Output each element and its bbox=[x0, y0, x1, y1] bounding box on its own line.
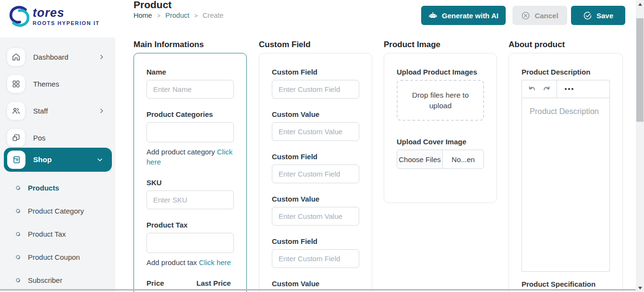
last-price-label: Last Price bbox=[196, 279, 231, 287]
main-informations-card: Name Product Categories Add product cate… bbox=[134, 53, 247, 292]
horizontal-scrollbar[interactable] bbox=[0, 289, 644, 291]
submenu-item-label: Product Tax bbox=[28, 230, 66, 238]
brand-logo[interactable]: tores ROOTS HYPERION IT bbox=[0, 0, 115, 38]
description-editor: Product Description bbox=[522, 80, 610, 272]
breadcrumb-separator: > bbox=[157, 12, 161, 19]
price-label: Price bbox=[146, 279, 196, 287]
undo-icon[interactable] bbox=[528, 85, 537, 94]
product-create-page: tores ROOTS HYPERION IT Dashboard bbox=[0, 0, 644, 292]
sidebar-item-label: Staff bbox=[33, 107, 48, 115]
home-icon bbox=[7, 48, 25, 66]
circled-x-icon bbox=[521, 11, 530, 20]
description-editor-body[interactable]: Product Description bbox=[522, 98, 609, 271]
sidebar-item-product-tax[interactable]: Product Tax bbox=[0, 222, 115, 245]
custom-field-input[interactable] bbox=[272, 165, 359, 183]
category-hint: Add product category Click here bbox=[146, 147, 234, 167]
more-options-icon[interactable] bbox=[563, 88, 575, 90]
bullet-icon bbox=[15, 185, 21, 191]
chevron-right-icon bbox=[98, 108, 105, 114]
sku-input[interactable] bbox=[146, 190, 234, 209]
product-tax-select[interactable] bbox=[146, 233, 234, 253]
submenu-item-label: Subscriber bbox=[28, 276, 62, 284]
sidebar-item-product-coupon[interactable]: Product Coupon bbox=[0, 245, 115, 268]
custom-value-label: Custom Value bbox=[272, 110, 359, 118]
custom-value-input[interactable] bbox=[272, 207, 359, 226]
save-button[interactable]: Save bbox=[571, 6, 625, 25]
cancel-label: Cancel bbox=[535, 12, 558, 20]
pos-icon bbox=[7, 129, 25, 147]
shop-submenu: Products Product Category Product Tax Pr… bbox=[0, 176, 115, 292]
cancel-button[interactable]: Cancel bbox=[512, 6, 567, 25]
save-label: Save bbox=[596, 12, 613, 20]
chevron-right-icon bbox=[98, 54, 105, 60]
upload-product-images-label: Upload Product Images bbox=[397, 68, 484, 76]
category-hint-text: Add product category bbox=[146, 148, 215, 156]
generate-with-ai-button[interactable]: Generate with AI bbox=[421, 6, 506, 25]
add-tax-link[interactable]: Click here bbox=[199, 258, 231, 267]
scrollbar-thumb[interactable] bbox=[636, 18, 644, 122]
brand-subtitle: ROOTS HYPERION IT bbox=[33, 20, 100, 26]
sidebar-item-staff[interactable]: Staff bbox=[0, 97, 115, 124]
product-image-title: Product Image bbox=[384, 40, 440, 50]
submenu-item-label: Product Coupon bbox=[28, 253, 80, 261]
sidebar-item-shop[interactable]: Shop bbox=[4, 148, 112, 172]
brand-name: tores bbox=[33, 7, 100, 19]
name-label: Name bbox=[146, 68, 234, 76]
cover-image-file-input[interactable]: Choose Files No...en bbox=[397, 150, 484, 169]
custom-field-label: Custom Field bbox=[272, 152, 359, 161]
robot-icon bbox=[428, 11, 437, 20]
product-specification-label: Product Specification bbox=[522, 280, 610, 288]
users-icon bbox=[7, 102, 25, 120]
custom-value-label: Custom Value bbox=[272, 195, 359, 203]
custom-field-input[interactable] bbox=[272, 80, 359, 99]
bullet-icon bbox=[15, 231, 21, 237]
name-input[interactable] bbox=[146, 80, 234, 99]
breadcrumb: Home > Product > Create bbox=[134, 12, 223, 19]
sidebar-item-product-category[interactable]: Product Category bbox=[0, 199, 115, 222]
sidebar-nav: Dashboard Themes bbox=[0, 43, 115, 151]
sidebar-item-label: Dashboard bbox=[33, 53, 68, 61]
generate-with-ai-label: Generate with AI bbox=[442, 12, 498, 20]
custom-field-input[interactable] bbox=[272, 249, 359, 268]
breadcrumb-product[interactable]: Product bbox=[165, 12, 189, 19]
breadcrumb-create: Create bbox=[203, 12, 224, 19]
scroll-down-arrow-icon[interactable] bbox=[636, 284, 644, 292]
page-title: Product bbox=[134, 0, 171, 11]
image-dropzone[interactable]: Drop files here to upload bbox=[397, 80, 484, 121]
product-tax-label: Product Tax bbox=[146, 221, 234, 229]
sidebar-item-label: Themes bbox=[33, 80, 59, 88]
product-description-label: Product Description bbox=[522, 68, 610, 76]
sidebar-item-themes[interactable]: Themes bbox=[0, 70, 115, 97]
sidebar-item-dashboard[interactable]: Dashboard bbox=[0, 43, 115, 70]
custom-value-input[interactable] bbox=[272, 122, 359, 141]
product-categories-select[interactable] bbox=[146, 122, 234, 142]
scroll-up-arrow-icon[interactable] bbox=[636, 0, 644, 8]
about-product-title: About product bbox=[509, 40, 565, 50]
circled-check-icon bbox=[583, 11, 592, 20]
editor-placeholder: Product Description bbox=[530, 107, 599, 115]
vertical-scrollbar[interactable] bbox=[636, 0, 644, 292]
editor-toolbar bbox=[522, 80, 609, 98]
sidebar-item-products[interactable]: Products bbox=[0, 176, 115, 199]
sku-label: SKU bbox=[146, 178, 234, 187]
product-categories-label: Product Categories bbox=[146, 110, 234, 118]
bullet-icon bbox=[15, 277, 21, 283]
choose-files-button[interactable]: Choose Files bbox=[397, 150, 443, 168]
bullet-icon bbox=[15, 208, 21, 214]
sidebar-item-subscriber[interactable]: Subscriber bbox=[0, 268, 115, 292]
product-image-card: Upload Product Images Drop files here to… bbox=[384, 53, 497, 203]
stores-logo-icon bbox=[7, 4, 32, 29]
sidebar-item-pos[interactable]: Pos bbox=[0, 124, 115, 151]
upload-cover-image-label: Upload Cover Image bbox=[397, 138, 484, 146]
dropzone-text: Drop files here to upload bbox=[406, 90, 474, 111]
breadcrumb-home[interactable]: Home bbox=[134, 12, 152, 19]
sidebar: tores ROOTS HYPERION IT Dashboard bbox=[0, 0, 115, 292]
tax-hint-text: Add product tax bbox=[146, 258, 197, 267]
submenu-item-label: Product Category bbox=[28, 207, 84, 215]
redo-icon[interactable] bbox=[542, 85, 551, 94]
tax-hint: Add product tax Click here bbox=[146, 257, 234, 267]
sidebar-item-label: Pos bbox=[33, 134, 46, 142]
price-row: Price Last Price bbox=[146, 279, 234, 287]
about-product-card: Product Description bbox=[509, 53, 623, 292]
custom-field-label: Custom Field bbox=[272, 68, 359, 76]
